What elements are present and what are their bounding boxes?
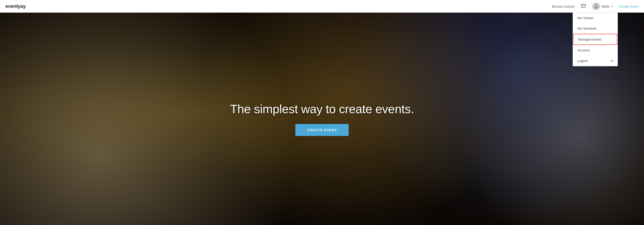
user-menu-trigger[interactable]: Bella ▾ bbox=[592, 2, 612, 10]
dropdown-item-account[interactable]: Account bbox=[573, 45, 618, 55]
hero-content: The simplest way to create events. CREAT… bbox=[230, 102, 414, 136]
user-dropdown-menu: My Tickets My Sessions Manage Events Acc… bbox=[573, 13, 618, 66]
hero-section: The simplest way to create events. CREAT… bbox=[0, 0, 644, 225]
hero-title: The simplest way to create events. bbox=[230, 102, 414, 116]
svg-point-1 bbox=[595, 4, 597, 6]
svg-rect-0 bbox=[582, 4, 586, 8]
avatar bbox=[592, 2, 600, 10]
create-event-button[interactable]: Create Event bbox=[619, 4, 638, 8]
navbar: eventyay Browse Events Bella ▾ Create Ev… bbox=[0, 0, 644, 13]
brand-logo[interactable]: eventyay bbox=[6, 3, 26, 9]
dropdown-item-logout[interactable]: Logout ⇥ bbox=[573, 55, 618, 66]
navbar-right: Browse Events Bella ▾ Create Event bbox=[552, 2, 638, 10]
hero-create-event-button[interactable]: CREATE EVENT bbox=[295, 124, 349, 136]
logout-icon: ⇥ bbox=[610, 59, 613, 63]
dropdown-item-manage-events[interactable]: Manage Events bbox=[573, 34, 617, 45]
chevron-down-icon: ▾ bbox=[611, 5, 612, 8]
dropdown-item-my-tickets[interactable]: My Tickets bbox=[573, 13, 618, 23]
messages-icon[interactable] bbox=[581, 3, 586, 9]
browse-events-link[interactable]: Browse Events bbox=[552, 4, 575, 8]
username-label: Bella bbox=[602, 4, 609, 8]
dropdown-item-my-sessions[interactable]: My Sessions bbox=[573, 23, 618, 34]
